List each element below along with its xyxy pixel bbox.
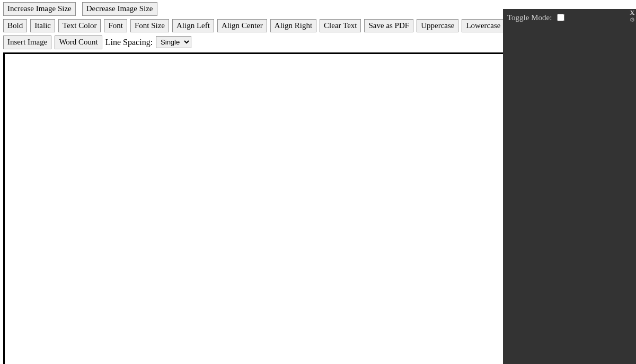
decrease-image-size-button[interactable]: Decrease Image Size	[82, 2, 157, 16]
align-center-button[interactable]: Align Center	[217, 19, 267, 33]
font-button[interactable]: Font	[104, 19, 127, 33]
toggle-mode-label: Toggle Mode:	[507, 13, 552, 22]
toggle-mode-checkbox[interactable]	[557, 14, 564, 21]
side-panel: Toggle Mode: X ⚙	[503, 9, 636, 364]
panel-header: Toggle Mode:	[503, 9, 636, 26]
text-color-button[interactable]: Text Color	[58, 19, 101, 33]
uppercase-button[interactable]: Uppercase	[417, 19, 458, 33]
save-pdf-button[interactable]: Save as PDF	[364, 19, 413, 33]
insert-image-button[interactable]: Insert Image	[3, 35, 51, 49]
panel-icons: X ⚙	[630, 9, 635, 23]
lowercase-button[interactable]: Lowercase	[462, 19, 505, 33]
align-right-button[interactable]: Align Right	[270, 19, 316, 33]
clear-text-button[interactable]: Clear Text	[320, 19, 361, 33]
bold-button[interactable]: Bold	[3, 19, 27, 33]
close-icon[interactable]: X	[630, 9, 634, 16]
align-left-button[interactable]: Align Left	[172, 19, 214, 33]
line-spacing-select[interactable]: Single	[156, 36, 191, 48]
italic-button[interactable]: Italic	[30, 19, 55, 33]
increase-image-size-button[interactable]: Increase Image Size	[3, 2, 76, 16]
word-count-button[interactable]: Word Count	[55, 35, 102, 49]
gear-icon[interactable]: ⚙	[630, 17, 635, 23]
line-spacing-label: Line Spacing:	[105, 38, 153, 47]
font-size-button[interactable]: Font Size	[130, 19, 169, 33]
